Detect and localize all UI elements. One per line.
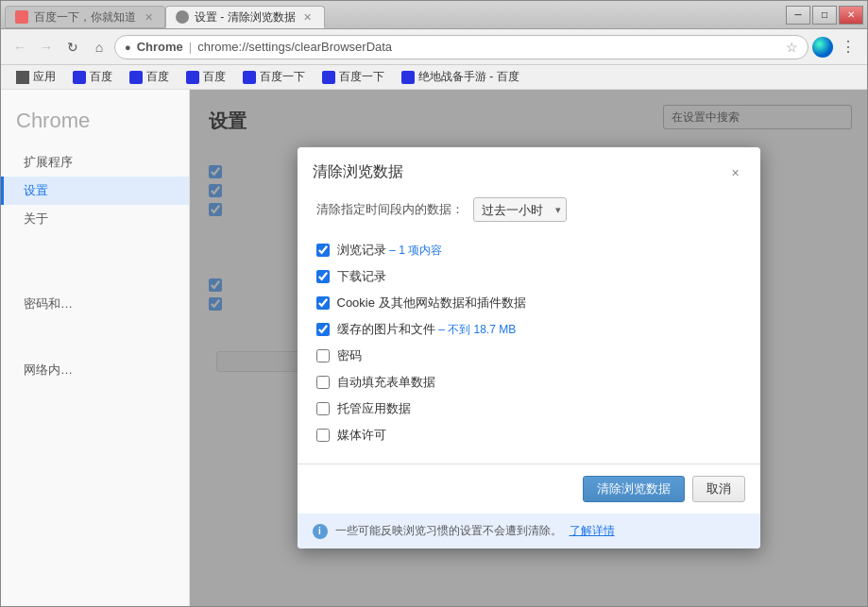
- checkbox-media-licenses[interactable]: [316, 429, 330, 442]
- toolbar: ← → ↻ ⌂ ● Chrome | chrome://settings/cle…: [1, 29, 867, 65]
- bookmark-6-label: 绝地战备手游 - 百度: [418, 69, 519, 85]
- time-select-wrapper: 过去一小时 过去一天 过去一周 过去四周 所有时间: [473, 197, 567, 222]
- address-separator: |: [189, 40, 192, 54]
- bookmark-5[interactable]: 百度一下: [315, 67, 392, 87]
- lock-icon: ●: [125, 42, 131, 53]
- address-brand: Chrome: [137, 40, 183, 54]
- checkbox-passwords-label[interactable]: 密码: [337, 347, 362, 364]
- cancel-button[interactable]: 取消: [692, 476, 745, 502]
- menu-button[interactable]: ⋮: [837, 36, 859, 58]
- dialog-title: 清除浏览数据: [313, 162, 403, 182]
- tab-2-close[interactable]: ✕: [301, 10, 315, 24]
- bookmark-4-label: 百度一下: [260, 69, 305, 85]
- maximize-button[interactable]: □: [812, 6, 837, 25]
- bookmark-2-label: 百度: [146, 69, 169, 85]
- back-button[interactable]: ←: [9, 36, 31, 59]
- bookmark-1-label: 百度: [90, 69, 112, 85]
- learn-more-link[interactable]: 了解详情: [570, 523, 615, 539]
- sidebar-logo: Chrome: [1, 105, 189, 148]
- checkbox-hosted-apps[interactable]: [316, 402, 330, 415]
- sidebar-item-network[interactable]: 网络内…: [1, 356, 189, 384]
- checkbox-row-3: 缓存的图片和文件 – 不到 18.7 MB: [316, 316, 741, 343]
- checkbox-row-0: 浏览记录 – 1 项内容: [316, 237, 741, 263]
- bookmark-6-icon: [401, 71, 415, 84]
- checkbox-cached-images[interactable]: [316, 323, 330, 336]
- checkbox-cookies-label[interactable]: Cookie 及其他网站数据和插件数据: [337, 295, 526, 312]
- sidebar-item-passwords[interactable]: 密码和…: [1, 290, 189, 318]
- time-range-label: 清除指定时间段内的数据：: [316, 201, 464, 218]
- bookmark-4[interactable]: 百度一下: [235, 67, 313, 87]
- checkbox-row-2: Cookie 及其他网站数据和插件数据: [316, 290, 741, 316]
- address-bar[interactable]: ● Chrome | chrome://settings/clearBrowse…: [114, 35, 808, 59]
- sidebar-item-extensions-label: 扩展程序: [24, 154, 73, 171]
- checkbox-download-history[interactable]: [316, 270, 330, 283]
- time-range-select[interactable]: 过去一小时 过去一天 过去一周 过去四周 所有时间: [473, 197, 567, 222]
- checkbox-autofill-label[interactable]: 自动填充表单数据: [337, 374, 435, 391]
- minimize-button[interactable]: ─: [786, 6, 810, 25]
- dialog-body: 清除指定时间段内的数据： 过去一小时 过去一天 过去一周 过去四周 所有时间: [298, 190, 760, 464]
- checkbox-cookies[interactable]: [316, 296, 330, 310]
- tab-2-label: 设置 - 清除浏览数据: [195, 9, 296, 25]
- checkbox-media-licenses-label[interactable]: 媒体许可: [337, 427, 386, 444]
- bookmark-2-icon: [129, 71, 143, 84]
- apps-icon: [16, 71, 29, 84]
- checkbox-browsing-history-label[interactable]: 浏览记录 – 1 项内容: [337, 242, 443, 259]
- tab-1[interactable]: 百度一下，你就知道 ✕: [5, 6, 165, 28]
- checkbox-row-5: 自动填充表单数据: [316, 369, 741, 396]
- toolbar-right: ⋮: [812, 36, 859, 58]
- clear-browser-data-dialog: 清除浏览数据 × 清除指定时间段内的数据： 过去一小时 过去一天 过去一周: [298, 147, 760, 548]
- content-area: 设置: [190, 90, 867, 606]
- checkbox-download-history-label[interactable]: 下载记录: [337, 268, 386, 285]
- close-button[interactable]: ✕: [839, 6, 863, 25]
- tab-1-label: 百度一下，你就知道: [34, 9, 136, 25]
- dialog-footer: 清除浏览数据 取消: [298, 464, 760, 514]
- tab-1-close[interactable]: ✕: [142, 10, 155, 24]
- modal-overlay: 清除浏览数据 × 清除指定时间段内的数据： 过去一小时 过去一天 过去一周: [190, 90, 867, 606]
- reload-button[interactable]: ↻: [61, 36, 84, 59]
- sidebar-item-network-label: 网络内…: [24, 362, 73, 379]
- sidebar-item-settings-label: 设置: [24, 182, 48, 199]
- tab-favicon-2: [176, 10, 189, 24]
- tab-strip: 百度一下，你就知道 ✕ 设置 - 清除浏览数据 ✕: [5, 1, 782, 28]
- tab-2[interactable]: 设置 - 清除浏览数据 ✕: [165, 6, 325, 28]
- checkbox-row-6: 托管应用数据: [316, 396, 741, 422]
- checkbox-row-7: 媒体许可: [316, 422, 741, 448]
- bookmark-1-icon: [73, 71, 86, 84]
- sidebar-item-about[interactable]: 关于: [1, 205, 189, 233]
- checkbox-passwords[interactable]: [316, 349, 330, 363]
- bookmark-6[interactable]: 绝地战备手游 - 百度: [394, 67, 527, 87]
- checkbox-row-4: 密码: [316, 343, 741, 369]
- bookmark-apps[interactable]: 应用: [9, 67, 63, 87]
- home-button[interactable]: ⌂: [88, 36, 111, 59]
- forward-button[interactable]: →: [35, 36, 58, 59]
- dialog-close-button[interactable]: ×: [726, 163, 745, 182]
- checkbox-hosted-apps-label[interactable]: 托管应用数据: [337, 400, 411, 417]
- sidebar-item-extensions[interactable]: 扩展程序: [1, 148, 189, 177]
- info-text: 一些可能反映浏览习惯的设置不会遭到清除。: [335, 523, 562, 539]
- bookmark-4-icon: [243, 71, 256, 84]
- clear-data-button[interactable]: 清除浏览数据: [583, 476, 685, 502]
- bookmark-5-label: 百度一下: [339, 69, 384, 85]
- dialog-header: 清除浏览数据 ×: [298, 147, 760, 190]
- sidebar-item-settings[interactable]: 设置: [1, 177, 189, 205]
- bookmark-2[interactable]: 百度: [122, 67, 177, 87]
- checkbox-browsing-history[interactable]: [316, 244, 330, 257]
- browser-window: 百度一下，你就知道 ✕ 设置 - 清除浏览数据 ✕ ─ □ ✕ ← → ↻ ⌂ …: [0, 0, 868, 607]
- bookmark-star-icon[interactable]: ☆: [786, 40, 798, 55]
- title-bar: 百度一下，你就知道 ✕ 设置 - 清除浏览数据 ✕ ─ □ ✕: [1, 1, 867, 29]
- dialog-info-bar: i 一些可能反映浏览习惯的设置不会遭到清除。 了解详情: [298, 514, 760, 548]
- bookmark-apps-label: 应用: [33, 69, 56, 85]
- address-url: chrome://settings/clearBrowserData: [197, 40, 780, 54]
- sidebar-item-about-label: 关于: [24, 211, 48, 228]
- bookmark-1[interactable]: 百度: [65, 67, 120, 87]
- chrome-menu-icon[interactable]: [812, 37, 833, 58]
- bookmark-3[interactable]: 百度: [179, 67, 233, 87]
- sidebar-item-passwords-label: 密码和…: [24, 295, 73, 312]
- checkbox-row-1: 下载记录: [316, 263, 741, 290]
- checkbox-cached-images-label[interactable]: 缓存的图片和文件 – 不到 18.7 MB: [337, 321, 517, 338]
- time-range-row: 清除指定时间段内的数据： 过去一小时 过去一天 过去一周 过去四周 所有时间: [316, 197, 741, 222]
- info-icon: i: [313, 524, 328, 539]
- window-controls: ─ □ ✕: [786, 6, 863, 25]
- bookmark-5-icon: [322, 71, 335, 84]
- checkbox-autofill[interactable]: [316, 376, 330, 389]
